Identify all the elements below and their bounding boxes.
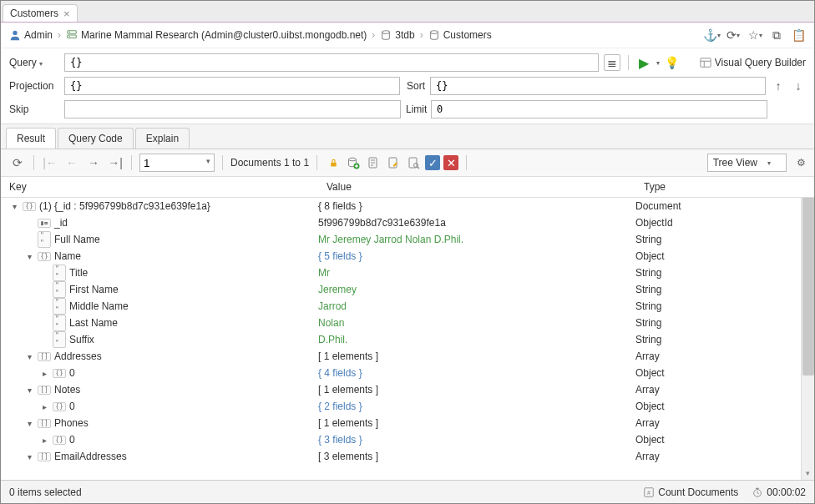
caret-right-icon[interactable]: ▸	[39, 369, 49, 378]
field-type: String	[635, 234, 661, 245]
tree-row[interactable]: ▾[]Notes[ 1 elements ]Array	[1, 381, 814, 398]
caret-down-icon[interactable]: ▾	[24, 386, 34, 395]
field-value: Mr Jeremey Jarrod Nolan D.Phil.	[318, 234, 463, 245]
field-value: Jarrod	[318, 300, 347, 312]
caret-down-icon[interactable]: ▾	[24, 352, 34, 361]
limit-input[interactable]	[431, 100, 767, 118]
prev-page-icon[interactable]: ←	[63, 154, 80, 171]
bulb-icon[interactable]: 💡	[665, 55, 680, 70]
tree-row[interactable]: " "Full NameMr Jeremey Jarrod Nolan D.Ph…	[1, 231, 814, 248]
gear-icon[interactable]: ⚙	[797, 157, 806, 169]
tree-row[interactable]: ▾{}Name{ 5 fields }Object	[1, 248, 814, 265]
tab-query-code[interactable]: Query Code	[58, 128, 134, 149]
server-icon	[66, 29, 78, 41]
first-page-icon[interactable]: |←	[42, 154, 58, 171]
count-documents-button[interactable]: # Count Documents	[643, 486, 738, 498]
next-page-icon[interactable]: →	[85, 154, 102, 171]
field-value: { 8 fields }	[318, 200, 362, 212]
refresh-icon[interactable]: ⟳	[9, 154, 26, 171]
tree-row[interactable]: ▮≡_id5f996799b8d7c931e639fe1aObjectId	[1, 214, 814, 231]
anchor-icon[interactable]: ⚓▾	[704, 28, 719, 43]
breadcrumb-connection[interactable]: Marine Mammal Research (Admin@cluster0.u…	[66, 29, 367, 41]
paste-icon[interactable]: 📋	[791, 28, 806, 43]
search-document-icon[interactable]	[405, 155, 422, 170]
page-input[interactable]	[139, 154, 215, 172]
field-value: [ 1 elements ]	[318, 417, 378, 429]
chevron-down-icon[interactable]: ▾	[39, 60, 43, 68]
field-key: Last Name	[69, 317, 118, 329]
tree-row[interactable]: ▸{}0{ 4 fields }Object	[1, 365, 814, 381]
field-value: D.Phil.	[318, 334, 347, 345]
view-document-icon[interactable]	[365, 155, 382, 170]
tab-explain[interactable]: Explain	[135, 128, 190, 149]
tab-customers[interactable]: Customers ×	[3, 4, 78, 22]
view-mode-select[interactable]: Tree View ▾	[707, 154, 787, 172]
svg-rect-21	[757, 487, 760, 488]
selection-status: 0 items selected	[9, 486, 82, 498]
tree-row[interactable]: ▸{}0{ 2 fields }Object	[1, 398, 814, 415]
breadcrumb-database[interactable]: 3tdb	[380, 29, 414, 41]
lock-icon[interactable]	[325, 155, 342, 170]
tree-row[interactable]: " "SuffixD.Phil.String	[1, 331, 814, 348]
breadcrumb: Admin › Marine Mammal Research (Admin@cl…	[1, 23, 814, 48]
caret-down-icon[interactable]: ▾	[24, 419, 34, 428]
refresh-icon[interactable]: ⟳▾	[726, 28, 741, 43]
caret-down-icon[interactable]: ▾	[9, 202, 19, 211]
tree-row[interactable]: " "Last NameNolanString	[1, 315, 814, 331]
vertical-scrollbar[interactable]: ▴ ▾	[801, 177, 814, 480]
star-icon[interactable]: ☆▾	[747, 28, 762, 43]
tree-row[interactable]: " "Middle NameJarrodString	[1, 298, 814, 315]
visual-query-builder-button[interactable]: Visual Query Builder	[700, 57, 806, 68]
scroll-thumb[interactable]	[802, 192, 814, 375]
check-icon[interactable]: ✓	[425, 155, 440, 170]
field-key: First Name	[69, 284, 119, 295]
last-page-icon[interactable]: →|	[107, 154, 124, 171]
col-key[interactable]: Key	[1, 177, 318, 197]
edit-document-icon[interactable]	[385, 155, 402, 170]
tab-result[interactable]: Result	[6, 128, 56, 149]
close-icon[interactable]: ×	[63, 8, 70, 20]
tree-row[interactable]: ▾[]EmailAddresses[ 3 elements ]Array	[1, 448, 814, 465]
tree-row[interactable]: ▾[]Phones[ 1 elements ]Array	[1, 415, 814, 431]
play-icon[interactable]: ▶	[636, 55, 651, 70]
field-type: String	[635, 284, 661, 295]
tree-row[interactable]: ▾[]Addresses[ 1 elements ]Array	[1, 348, 814, 365]
svg-line-17	[418, 167, 419, 169]
col-type[interactable]: Type	[635, 177, 814, 197]
field-value: [ 1 elements ]	[318, 350, 378, 362]
field-key: Middle Name	[69, 300, 129, 312]
caret-down-icon[interactable]: ▾	[24, 252, 34, 261]
chevron-down-icon: ▾	[767, 159, 771, 167]
sort-asc-icon[interactable]: ↑	[771, 78, 786, 93]
col-value[interactable]: Value	[318, 177, 635, 197]
field-key: Notes	[54, 384, 80, 396]
query-history-icon[interactable]: ≣	[604, 54, 620, 71]
copy-icon[interactable]: ⧉	[769, 28, 784, 43]
field-type: Array	[635, 384, 660, 396]
sort-desc-icon[interactable]: ↓	[791, 78, 806, 93]
tree-row[interactable]: ▸{}0{ 3 fields }Object	[1, 431, 814, 448]
field-value: [ 3 elements ]	[318, 451, 378, 462]
breadcrumb-user[interactable]: Admin	[9, 29, 53, 41]
tree-row[interactable]: " "TitleMrString	[1, 265, 814, 281]
caret-right-icon[interactable]: ▸	[39, 436, 49, 445]
scroll-down-icon[interactable]: ▾	[802, 466, 814, 480]
skip-input[interactable]	[64, 100, 401, 118]
add-document-icon[interactable]	[345, 155, 362, 170]
tree-row[interactable]: ▾{}(1) {_id : 5f996799b8d7c931e639fe1a}{…	[1, 198, 814, 214]
projection-input[interactable]	[64, 77, 400, 95]
tree-row[interactable]: " "First NameJeremeyString	[1, 281, 814, 298]
sort-input[interactable]	[430, 77, 766, 95]
query-input[interactable]	[64, 53, 599, 72]
caret-down-icon[interactable]: ▾	[24, 452, 34, 461]
caret-right-icon[interactable]: ▸	[39, 402, 49, 411]
field-value: { 5 fields }	[318, 250, 362, 262]
field-type: String	[635, 300, 661, 312]
delete-icon[interactable]: ✕	[443, 155, 458, 170]
breadcrumb-collection[interactable]: Customers	[428, 29, 492, 41]
svg-rect-14	[389, 158, 397, 168]
limit-label: Limit	[406, 103, 426, 115]
field-key: (1) {_id : 5f996799b8d7c931e639fe1a}	[39, 200, 210, 212]
field-type-icon: ▮≡	[38, 217, 51, 229]
field-key: 0	[69, 367, 75, 379]
